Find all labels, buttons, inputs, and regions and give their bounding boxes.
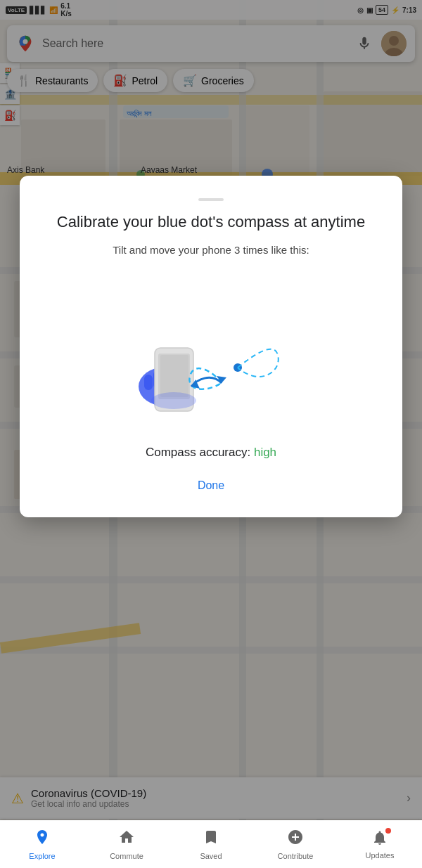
drag-handle	[198, 198, 224, 201]
accuracy-display: Compass accuracy: high	[37, 446, 385, 460]
svg-point-45	[151, 392, 196, 409]
contribute-icon	[287, 829, 304, 850]
contribute-label: Contribute	[278, 852, 314, 860]
calibration-modal: Calibrate your blue dot's compass at any…	[20, 176, 402, 517]
bottom-navigation: Explore Commute Saved Contribute	[0, 820, 422, 868]
updates-label: Updates	[366, 851, 395, 860]
accuracy-value: high	[254, 446, 276, 459]
svg-rect-41	[160, 355, 188, 397]
updates-badge-container	[371, 829, 388, 849]
saved-label: Saved	[200, 852, 222, 860]
nav-item-explore[interactable]: Explore	[0, 823, 84, 866]
accuracy-label: Compass accuracy:	[146, 446, 250, 459]
explore-label: Explore	[29, 852, 55, 860]
modal-title: Calibrate your blue dot's compass at any…	[37, 212, 385, 233]
notification-badge-dot	[385, 828, 391, 834]
compass-illustration	[37, 274, 385, 429]
svg-rect-35	[144, 375, 153, 390]
commute-icon	[118, 829, 135, 850]
done-button[interactable]: Done	[37, 474, 385, 498]
explore-icon	[34, 829, 51, 850]
nav-item-saved[interactable]: Saved	[169, 823, 253, 866]
commute-label: Commute	[110, 852, 143, 860]
nav-item-updates[interactable]: Updates	[338, 824, 422, 865]
nav-item-commute[interactable]: Commute	[84, 823, 169, 866]
compass-svg	[113, 278, 309, 425]
modal-subtitle: Tilt and move your phone 3 times like th…	[37, 242, 385, 257]
saved-icon	[203, 829, 219, 850]
nav-item-contribute[interactable]: Contribute	[253, 823, 338, 866]
